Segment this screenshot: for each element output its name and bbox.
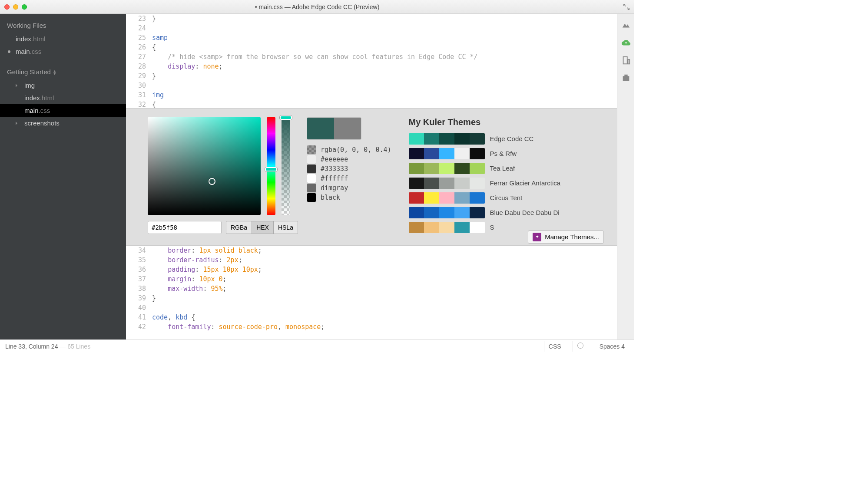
theme-name: Blue Dabu Dee Dabu Di <box>490 209 560 216</box>
kuler-theme-row[interactable]: Edge Code CC <box>409 133 595 145</box>
recent-color-row[interactable]: #eeeeee <box>307 155 391 164</box>
working-file-item[interactable]: index.html <box>0 33 126 45</box>
kuler-theme-row[interactable]: Ps & Rfw <box>409 148 595 159</box>
window-controls <box>4 4 27 10</box>
theme-swatch-strip <box>409 133 485 145</box>
theme-swatch-strip <box>409 207 485 218</box>
color-swatch <box>307 183 316 193</box>
kuler-theme-row[interactable]: Blue Dabu Dee Dabu Di <box>409 207 595 218</box>
manage-themes-label: Manage Themes... <box>545 233 599 240</box>
color-swatch <box>307 164 316 174</box>
inspection-status-icon[interactable] <box>577 343 583 349</box>
line-number: 28 <box>126 62 152 71</box>
code-line[interactable] <box>152 303 617 313</box>
hue-handle[interactable] <box>265 167 277 171</box>
cursor-position[interactable]: Line 33, Column 24 <box>5 343 58 350</box>
swatch-label: #333333 <box>321 165 348 173</box>
line-number: 24 <box>126 23 152 33</box>
titlebar: • main.css — Adobe Edge Code CC (Preview… <box>0 0 634 14</box>
current-previous-swatch[interactable] <box>307 117 361 140</box>
code-line[interactable]: border-radius: 2px; <box>152 255 617 265</box>
close-window-button[interactable] <box>4 4 10 10</box>
kuler-icon: ✦ <box>533 233 541 241</box>
format-hex-button[interactable]: HEX <box>252 221 274 234</box>
code-line[interactable]: samp <box>152 33 617 43</box>
code-line[interactable]: } <box>152 293 617 303</box>
saturation-value-field[interactable] <box>148 117 261 215</box>
alpha-slider[interactable] <box>282 117 290 215</box>
theme-swatch-strip <box>409 163 485 174</box>
theme-name: Circus Tent <box>490 194 523 201</box>
kuler-theme-row[interactable]: Circus Tent <box>409 192 595 204</box>
alpha-handle[interactable] <box>280 115 292 120</box>
window-title: • main.css — Adobe Edge Code CC (Preview… <box>255 3 380 10</box>
device-preview-icon[interactable] <box>621 56 631 65</box>
extension-manager-icon[interactable] <box>621 73 631 82</box>
folder-item[interactable]: screenshots <box>0 117 126 129</box>
theme-swatch-strip <box>409 192 485 204</box>
editor[interactable]: 23}2425samp26{27 /* hide <samp> from the… <box>126 14 617 339</box>
file-item[interactable]: main.css <box>0 104 126 117</box>
sv-handle[interactable] <box>209 178 215 185</box>
fullscreen-icon[interactable] <box>623 3 630 10</box>
recent-color-row[interactable]: #333333 <box>307 164 391 174</box>
zoom-window-button[interactable] <box>22 4 27 10</box>
code-line[interactable] <box>152 81 617 90</box>
language-mode[interactable]: CSS <box>544 341 566 352</box>
folder-item[interactable]: img <box>0 79 126 92</box>
code-line[interactable]: /* hide <samp> from the browser so we ca… <box>152 52 617 62</box>
format-rgba-button[interactable]: RGBa <box>226 221 252 234</box>
file-item[interactable]: index.html <box>0 92 126 104</box>
swatch-label: dimgray <box>321 184 348 192</box>
code-line[interactable]: display: none; <box>152 62 617 71</box>
code-line[interactable]: { <box>152 100 617 108</box>
code-line[interactable]: } <box>152 71 617 81</box>
inline-color-editor: RGBa HEX HSLa rgba(0, 0, 0, 0.4)#eeeeee#… <box>126 108 617 246</box>
recent-color-row[interactable]: #ffffff <box>307 174 391 183</box>
live-preview-icon[interactable] <box>621 21 631 30</box>
minimize-window-button[interactable] <box>13 4 18 10</box>
indent-setting[interactable]: Spaces 4 <box>595 341 629 352</box>
code-line[interactable]: border: 1px solid black; <box>152 246 617 255</box>
line-number: 34 <box>126 246 152 255</box>
hue-slider[interactable] <box>267 117 275 215</box>
theme-name: Edge Code CC <box>490 135 534 142</box>
working-file-item[interactable]: main.css <box>0 45 126 58</box>
code-line[interactable]: font-family: source-code-pro, monospace; <box>152 322 617 332</box>
code-line[interactable]: padding: 15px 10px 10px; <box>152 265 617 274</box>
theme-name: Ps & Rfw <box>490 150 517 157</box>
line-number: 30 <box>126 81 152 90</box>
recent-color-row[interactable]: rgba(0, 0, 0, 0.4) <box>307 145 391 155</box>
color-swatch <box>307 155 316 164</box>
svg-text:T: T <box>625 41 627 45</box>
project-dropdown[interactable]: Getting Started ▴▾ <box>0 65 126 79</box>
swatch-label: rgba(0, 0, 0, 0.4) <box>321 146 391 154</box>
color-swatch <box>307 193 316 202</box>
kuler-theme-row[interactable]: Tea Leaf <box>409 163 595 174</box>
kuler-theme-row[interactable]: Ferrar Glacier Antarctica <box>409 178 595 189</box>
code-area-top[interactable]: 23}2425samp26{27 /* hide <samp> from the… <box>126 14 617 108</box>
statusbar: Line 33, Column 24 — 65 Lines CSS Spaces… <box>0 339 634 353</box>
code-line[interactable]: max-width: 95%; <box>152 284 617 293</box>
working-files-header: Working Files <box>0 18 126 33</box>
line-number: 29 <box>126 71 152 81</box>
line-number: 23 <box>126 14 152 23</box>
line-number: 26 <box>126 43 152 52</box>
recent-color-row[interactable]: black <box>307 193 391 202</box>
recent-color-row[interactable]: dimgray <box>307 183 391 193</box>
format-hsla-button[interactable]: HSLa <box>274 221 298 234</box>
code-line[interactable]: code, kbd { <box>152 313 617 322</box>
line-number: 37 <box>126 274 152 284</box>
color-hex-input[interactable] <box>148 221 222 234</box>
line-number: 42 <box>126 322 152 332</box>
current-color <box>307 118 334 139</box>
cloud-sync-icon[interactable]: T <box>621 38 631 48</box>
code-area-bottom[interactable]: 34 border: 1px solid black;35 border-rad… <box>126 246 617 340</box>
code-line[interactable]: { <box>152 43 617 52</box>
theme-name: Ferrar Glacier Antarctica <box>490 179 561 187</box>
code-line[interactable]: img <box>152 90 617 100</box>
code-line[interactable]: margin: 10px 0; <box>152 274 617 284</box>
manage-themes-button[interactable]: ✦ Manage Themes... <box>528 231 604 244</box>
code-line[interactable]: } <box>152 14 617 23</box>
code-line[interactable] <box>152 23 617 33</box>
